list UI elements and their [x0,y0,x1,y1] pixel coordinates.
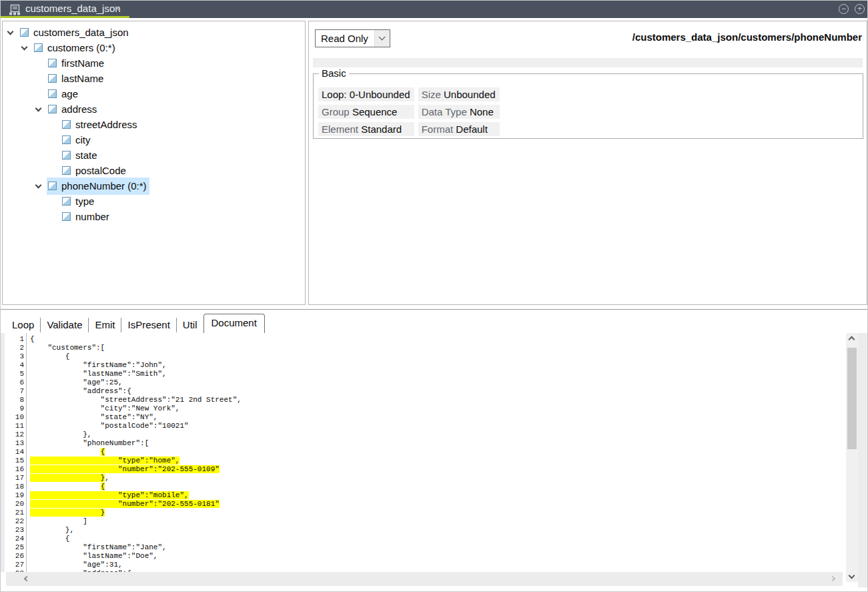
line-number: 9 [5,404,24,413]
tree-item-label: customers_data_json [33,25,129,40]
tab-util[interactable]: Util [176,318,203,332]
tree-item-label: city [75,132,91,147]
app-window: customers_data_json ✕ − + customers_data… [0,0,868,592]
tree-item-age[interactable]: age [3,86,305,101]
tree-node-box: number [61,208,112,226]
tree-item-customers-data-json[interactable]: customers_data_json [3,25,305,40]
document-tab-label: customers_data_json [25,3,121,14]
plus-circle-icon[interactable]: + [855,4,865,14]
tree-item-city[interactable]: city [3,132,305,147]
vertical-scrollbar[interactable] [846,333,858,582]
line-number: 7 [5,387,24,396]
highlighted-code: "number":"202-555-0109" [30,465,220,473]
tab-loop[interactable]: Loop [6,318,40,332]
horizontal-scrollbar[interactable] [6,572,843,586]
schema-element-icon [48,89,57,98]
code-line: "lastName":"Doe", [30,552,242,561]
inspector-toolbar-strip [313,58,863,67]
tree-item-lastname[interactable]: lastName [3,71,305,86]
chevron-down-icon[interactable] [374,30,390,47]
property-size[interactable]: Size Unbounded [418,87,500,101]
schema-tree: customers_data_jsoncustomers (0:*)firstN… [3,25,305,224]
editor-right-margin [858,333,868,587]
chevron-down-icon[interactable] [35,105,42,111]
code-line: "address":{ [30,387,242,396]
code-line: "lastName":"Smith", [30,370,242,378]
code-line: "number":"202-555-0181" [30,500,242,509]
line-number: 27 [5,561,24,569]
node-path: /customers_data_json/customers/phoneNumb… [632,31,862,43]
highlighted-code: } [30,509,105,517]
tree-item-type[interactable]: type [3,194,305,209]
read-only-select[interactable]: Read Only [315,29,390,47]
tree-item-postalcode[interactable]: postalCode [3,163,305,178]
line-number: 4 [5,361,24,370]
bottom-panel: LoopValidateEmitIsPresentUtilDocument 12… [1,309,868,592]
property-element[interactable]: Element Standard [318,122,414,136]
tree-item-address[interactable]: address [3,101,305,117]
schema-element-icon [48,59,57,67]
tree-item-label: customers (0:*) [47,40,115,55]
tab-ispresent[interactable]: IsPresent [121,318,175,332]
code-line: "firstName":"Jane", [30,543,242,552]
tree-item-streetaddress[interactable]: streetAddress [3,117,305,132]
code-lines: { "customers":[ { "firstName":"John", "l… [30,335,242,572]
chevron-down-icon[interactable] [35,182,42,188]
tree-item-label: state [75,147,97,163]
property-format[interactable]: Format Default [418,122,500,136]
tab-validate[interactable]: Validate [40,318,88,332]
line-number: 11 [5,422,24,430]
property-value: 0-Unbounded [350,89,410,100]
line-number: 14 [5,448,24,457]
code-line: "streetAddress":"21 2nd Street", [30,396,242,404]
code-line: { [30,535,242,543]
scroll-down-icon[interactable] [849,573,855,579]
line-number: 16 [5,465,24,474]
tab-emit[interactable]: Emit [88,318,121,332]
schema-element-icon [20,28,29,37]
highlighted-code: "type":"home", [30,457,179,465]
tree-item-state[interactable]: state [3,147,305,163]
line-number: 12 [5,430,24,439]
property-loop[interactable]: Loop: 0-Unbounded [318,87,414,101]
property-group[interactable]: Group Sequence [318,105,414,119]
code-line: { [30,335,242,344]
tab-document[interactable]: Document [203,314,265,333]
line-number: 8 [5,396,24,404]
highlighted-code: { [101,448,105,456]
schema-element-icon [62,135,71,144]
chevron-down-icon[interactable] [21,43,28,50]
tree-item-label: number [75,209,109,224]
scroll-left-icon[interactable] [24,576,29,581]
property-data-type[interactable]: Data Type None [418,105,500,119]
line-number: 22 [5,517,24,526]
schema-element-icon [48,74,57,83]
properties-grid: Loop: 0-UnboundedSize UnboundedGroup Seq… [318,87,500,136]
code-line: "phoneNumber":[ [30,439,242,448]
minus-circle-icon[interactable]: − [839,4,849,14]
tree-item-number[interactable]: number [3,209,305,224]
basic-group: Basic Loop: 0-UnboundedSize UnboundedGro… [313,73,863,139]
line-number: 21 [5,509,24,517]
titlebar-actions: − + [839,4,865,14]
code-line: "postalCode":"10021" [30,422,242,430]
scroll-up-icon[interactable] [849,336,855,343]
line-number: 13 [5,439,24,448]
close-tab-icon[interactable]: ✕ [114,4,121,13]
scroll-right-icon[interactable] [830,576,835,581]
tree-item-phonenumber-0[interactable]: phoneNumber (0:*) [3,178,305,194]
tree-item-firstname[interactable]: firstName [3,55,305,71]
chevron-down-icon[interactable] [7,28,14,35]
tree-item-customers-0[interactable]: customers (0:*) [3,40,305,55]
property-value: Standard [361,123,402,135]
line-number: 19 [5,491,24,500]
property-label: Loop: [322,89,347,100]
code-line: "customers":[ [30,344,242,352]
tree-item-label: lastName [61,71,103,86]
scrollbar-thumb[interactable] [847,348,857,449]
line-number: 15 [5,457,24,465]
schema-element-icon [48,105,57,113]
property-label: Group [322,106,350,117]
active-tab-underline [1,16,129,18]
property-label: Data Type [422,106,467,117]
